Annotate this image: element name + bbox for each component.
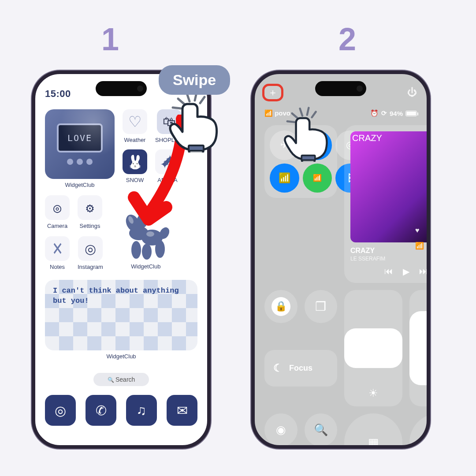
dock-mail[interactable]: ✉ [167,395,197,426]
app-camera[interactable] [45,195,70,220]
antenna-toggle[interactable] [303,164,332,193]
tap-hand-icon [283,106,338,162]
wifi-toggle[interactable] [270,164,299,193]
widget-label: WidgetClub [131,263,160,270]
dock-safari[interactable]: ◎ [45,395,76,426]
swipe-badge: Swipe [159,65,230,95]
orientation-lock-icon: ⟳ [381,109,387,117]
track-artist: LE SSERAFIM [350,256,385,262]
volume-slider[interactable]: 🔊 [409,290,430,406]
magnifier-tile[interactable] [305,413,338,446]
svg-point-16 [131,241,141,259]
dynamic-island [315,81,366,96]
svg-point-21 [146,231,154,237]
svg-rect-11 [301,156,315,160]
app-label: Instagram [78,264,103,270]
prev-track-button[interactable]: ⏮ [384,266,393,277]
play-button[interactable]: ▶ [403,266,409,277]
heart-icon: ♥ [415,227,424,234]
tap-hand-icon [167,91,229,152]
app-label: Camera [47,223,67,229]
dynamic-island [96,81,147,96]
add-control-button[interactable]: ＋ [264,86,281,99]
app-settings[interactable] [78,195,102,220]
svg-point-17 [142,244,152,260]
widget-gameboy[interactable]: LOVE [45,109,115,179]
screen-mirroring-tile[interactable] [305,290,338,323]
brightness-slider[interactable]: ☀ [344,290,402,406]
svg-rect-5 [189,145,204,151]
svg-line-7 [292,113,298,118]
svg-line-3 [200,97,205,103]
dock: ◎ ✆ ♫ ✉ [45,395,197,426]
alarm-icon: ⏰ [370,109,379,117]
side-indicators: ♥ 📶 [415,227,424,250]
app-label: Settings [80,223,100,229]
search-pill[interactable]: Search [93,373,149,386]
screen-record-tile[interactable] [264,413,298,446]
low-power-tile[interactable] [409,413,430,449]
svg-line-1 [178,99,184,104]
svg-line-10 [287,121,294,122]
focus-tile[interactable]: Focus [264,350,337,387]
svg-line-6 [300,108,302,115]
calculator-tile[interactable] [344,413,402,449]
dock-music[interactable]: ♫ [126,395,157,426]
app-label: Notes [50,264,65,270]
step-number-1: 1 [101,21,119,57]
svg-line-8 [307,108,309,115]
power-icon[interactable]: ⏻ [407,87,417,98]
signal-icon: 📶 [415,242,424,250]
widget-checker-text: I can't think about anything but you! [53,286,190,306]
battery-percent: 94% [390,110,403,117]
album-art: CRAZY ◎ [350,131,430,242]
app-instagram[interactable] [78,236,103,261]
widget-gameboy-text: LOVE [57,123,103,152]
now-playing-tile[interactable]: CRAZY ◎ CRAZY LE SSERAFIM ⏮ ▶ ⏭ [344,125,430,283]
step-number-2: 2 [338,21,356,57]
battery-icon [405,111,417,116]
svg-line-9 [312,112,316,118]
phone-mock-2: ＋ ⏻ 📶 povo ⏰ ⟳ 94% [251,71,430,449]
orientation-lock-tile[interactable]: 🔒 [264,290,298,323]
dock-phone[interactable]: ✆ [86,395,116,426]
svg-point-18 [155,240,165,258]
widget-checker[interactable]: I can't think about anything but you! [45,280,197,350]
widget-label: WidgetClub [65,182,94,188]
widget-label: WidgetClub [45,353,197,360]
track-title: CRAZY [350,247,375,255]
focus-label: Focus [289,364,312,373]
next-track-button[interactable]: ⏭ [419,266,428,277]
app-notes[interactable] [45,236,70,261]
svg-line-4 [173,108,181,108]
